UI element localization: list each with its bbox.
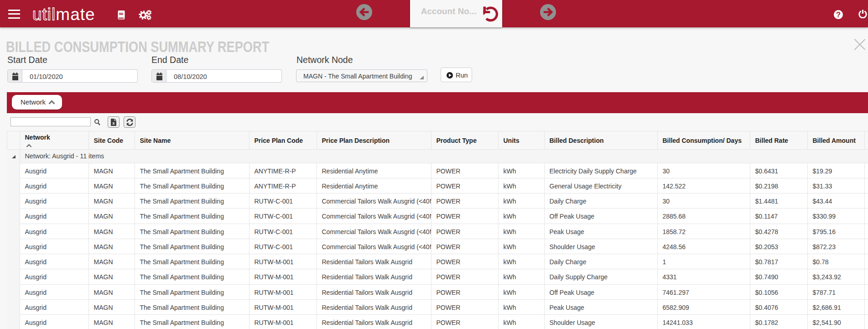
svg-text:?: ? <box>836 10 841 19</box>
svg-text:x: x <box>112 121 114 125</box>
